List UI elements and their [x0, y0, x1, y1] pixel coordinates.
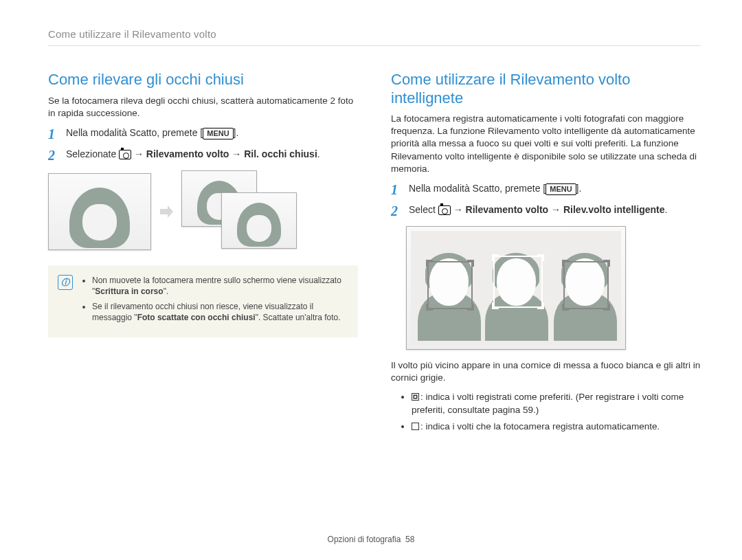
page-number: 58 — [405, 535, 414, 544]
bullet-auto: : indica i volti che la fotocamera regis… — [412, 421, 701, 433]
step-bold: → Rilevamento volto → Ril. occhi chiusi — [131, 148, 317, 159]
right-step-2: Select → Rilevamento volto → Rilev.volto… — [391, 203, 701, 216]
left-step-1: Nella modalità Scatto, premete [MENU]. — [48, 126, 358, 139]
right-step-1: Nella modalità Scatto, premete [MENU]. — [391, 182, 701, 195]
left-intro: Se la fotocamera rileva degli occhi chiu… — [48, 95, 358, 120]
right-bullets: : indica i volti registrati come preferi… — [391, 391, 701, 433]
right-steps: Nella modalità Scatto, premete [MENU]. S… — [391, 182, 701, 216]
bullet-preferred: : indica i volti registrati come preferi… — [412, 391, 701, 416]
focus-frame-grey — [427, 261, 473, 309]
note-text: ". — [164, 287, 169, 296]
step-text: ]. — [234, 127, 239, 138]
bullet-text: : indica i volti che la fotocamera regis… — [420, 421, 660, 432]
note-bold: Foto scattate con occhi chiusi — [137, 313, 256, 322]
right-title: Come utilizzare il Rilevamento volto int… — [391, 71, 701, 107]
step-text: . — [317, 148, 320, 159]
blink-illustration — [48, 170, 358, 253]
page-footer: Opzioni di fotografia 58 — [0, 534, 742, 545]
left-column: Come rilevare gli occhi chiusi Se la fot… — [48, 71, 358, 437]
right-column: Come utilizzare il Rilevamento volto int… — [391, 71, 701, 437]
note-bold: Scrittura in corso — [95, 287, 163, 296]
note-icon: ⓘ — [58, 275, 73, 290]
photo-result-2 — [221, 192, 297, 249]
camera-icon — [438, 205, 451, 215]
photo-eyes-closed — [48, 173, 151, 250]
left-title: Come rilevare gli occhi chiusi — [48, 71, 358, 89]
step-bold: → Rilevamento volto → Rilev.volto intell… — [451, 204, 665, 215]
focus-frame-white — [493, 256, 543, 308]
bullet-text: : indica i volti registrati come preferi… — [412, 392, 684, 414]
step-text: Selezionate — [66, 148, 119, 159]
double-square-icon — [412, 393, 419, 401]
step-text: Nella modalità Scatto, premete [ — [409, 183, 546, 194]
right-intro: La fotocamera registra automaticamente i… — [391, 113, 701, 175]
step-text: Select — [409, 204, 438, 215]
step-text: Nella modalità Scatto, premete [ — [66, 127, 203, 138]
arrow-right-icon — [158, 203, 175, 220]
footer-section: Opzioni di fotografia — [328, 535, 401, 544]
note-item-1: Non muovete la fotocamera mentre sullo s… — [92, 275, 346, 297]
smart-face-illustration — [406, 226, 626, 350]
note-box: ⓘ Non muovete la fotocamera mentre sullo… — [48, 265, 358, 337]
note-text: ". Scattate un'altra foto. — [256, 313, 341, 322]
focus-frame-grey — [563, 261, 609, 309]
step-text: ]. — [576, 183, 582, 194]
right-caption: Il volto più vicino appare in una cornic… — [391, 359, 701, 384]
square-icon — [412, 423, 419, 430]
menu-button-icon: MENU — [203, 128, 233, 139]
step-text: . — [665, 204, 668, 215]
menu-button-icon: MENU — [546, 183, 576, 195]
left-step-2: Selezionate → Rilevamento volto → Ril. o… — [48, 148, 358, 161]
breadcrumb: Come utilizzare il Rilevamento volto — [48, 27, 701, 46]
note-item-2: Se il rilevamento occhi chiusi non riesc… — [92, 301, 346, 323]
camera-icon — [119, 150, 131, 159]
left-steps: Nella modalità Scatto, premete [MENU]. S… — [48, 126, 358, 161]
